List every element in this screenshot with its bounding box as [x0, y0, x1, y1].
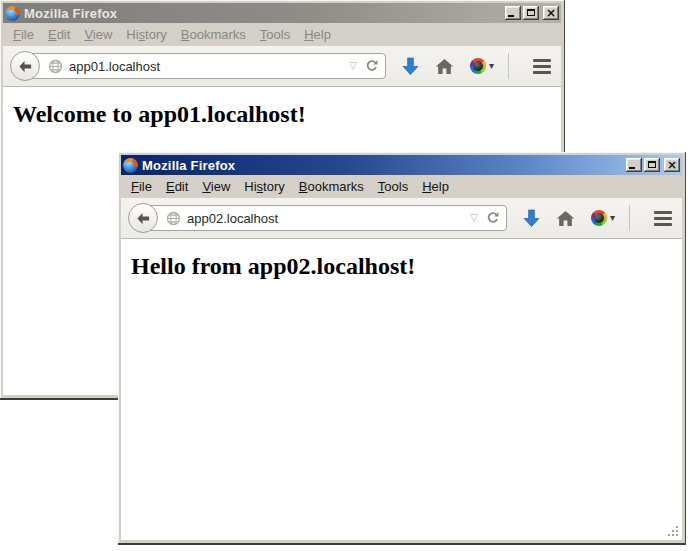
- minimize-button[interactable]: [626, 158, 642, 172]
- menu-item-file[interactable]: File: [124, 177, 159, 196]
- menu-item-view[interactable]: View: [195, 177, 237, 196]
- window-controls: ×: [505, 6, 559, 20]
- minimize-icon: [629, 167, 635, 169]
- hamburger-icon: [654, 209, 672, 227]
- menu-item-view[interactable]: View: [77, 25, 119, 44]
- menu-item-help[interactable]: Help: [415, 177, 456, 196]
- urlbar-dropdown-icon[interactable]: ▽: [349, 61, 357, 71]
- extension-colorwheel-button[interactable]: ▾: [591, 203, 615, 233]
- menu-item-edit[interactable]: Edit: [159, 177, 195, 196]
- url-input[interactable]: [187, 211, 464, 226]
- home-icon: [435, 58, 454, 75]
- maximize-button[interactable]: [644, 158, 660, 172]
- page-heading: Welcome to app01.localhost!: [13, 101, 561, 128]
- window-controls: ×: [626, 158, 680, 172]
- menu-item-file[interactable]: File: [6, 25, 41, 44]
- caret-down-icon: ▾: [610, 213, 615, 223]
- titlebar[interactable]: Mozilla Firefox ×: [3, 3, 561, 23]
- page-content: Hello from app02.localhost!: [121, 239, 682, 540]
- back-arrow-icon: [136, 211, 151, 226]
- resize-grip[interactable]: [666, 524, 678, 536]
- url-input[interactable]: [69, 59, 343, 74]
- toolbar-separator: [508, 53, 509, 79]
- home-button[interactable]: [435, 51, 454, 81]
- menu-item-tools[interactable]: Tools: [253, 25, 297, 44]
- globe-icon[interactable]: [166, 211, 181, 226]
- minimize-button[interactable]: [505, 6, 521, 20]
- caret-down-icon: ▾: [489, 61, 494, 71]
- menu-button[interactable]: [654, 203, 672, 233]
- reload-icon[interactable]: [365, 59, 379, 73]
- url-bar[interactable]: ▽: [26, 53, 386, 79]
- colorwheel-icon: [470, 58, 486, 74]
- home-button[interactable]: [556, 203, 575, 233]
- menu-bar: FileEditViewHistoryBookmarksToolsHelp: [121, 175, 682, 198]
- close-button[interactable]: ×: [543, 6, 559, 20]
- menu-item-edit[interactable]: Edit: [41, 25, 77, 44]
- menu-button[interactable]: [533, 51, 551, 81]
- maximize-icon: [527, 9, 535, 16]
- titlebar[interactable]: Mozilla Firefox ×: [121, 155, 682, 175]
- reload-icon[interactable]: [486, 211, 500, 225]
- firefox-logo-icon: [5, 6, 20, 21]
- back-arrow-icon: [18, 59, 33, 74]
- menu-bar: FileEditViewHistoryBookmarksToolsHelp: [3, 23, 561, 46]
- close-button[interactable]: ×: [664, 158, 680, 172]
- minimize-icon: [508, 15, 514, 17]
- navigation-toolbar: ▽ ▾: [3, 46, 561, 87]
- back-button[interactable]: [128, 203, 158, 233]
- close-icon: ×: [667, 160, 677, 171]
- urlbar-dropdown-icon[interactable]: ▽: [470, 213, 478, 223]
- globe-icon[interactable]: [48, 59, 63, 74]
- home-icon: [556, 210, 575, 227]
- download-icon: [523, 209, 540, 228]
- hamburger-icon: [533, 57, 551, 75]
- window-title: Mozilla Firefox: [24, 6, 117, 21]
- download-icon: [402, 57, 419, 76]
- toolbar-separator: [629, 205, 630, 231]
- firefox-logo-icon: [123, 158, 138, 173]
- maximize-button[interactable]: [523, 6, 539, 20]
- maximize-icon: [648, 161, 656, 168]
- colorwheel-icon: [591, 210, 607, 226]
- menu-item-history[interactable]: History: [119, 25, 173, 44]
- page-heading: Hello from app02.localhost!: [131, 253, 682, 280]
- menu-item-tools[interactable]: Tools: [371, 177, 415, 196]
- download-button[interactable]: [523, 203, 540, 233]
- menu-item-bookmarks[interactable]: Bookmarks: [292, 177, 371, 196]
- url-bar[interactable]: ▽: [144, 205, 507, 231]
- extension-colorwheel-button[interactable]: ▾: [470, 51, 494, 81]
- close-icon: ×: [546, 8, 556, 19]
- menu-item-help[interactable]: Help: [297, 25, 338, 44]
- menu-item-history[interactable]: History: [237, 177, 291, 196]
- back-button[interactable]: [10, 51, 40, 81]
- navigation-toolbar: ▽ ▾: [121, 198, 682, 239]
- browser-window-app02: Mozilla Firefox × FileEditViewHistoryBoo…: [118, 152, 686, 545]
- menu-item-bookmarks[interactable]: Bookmarks: [174, 25, 253, 44]
- window-title: Mozilla Firefox: [142, 158, 235, 173]
- download-button[interactable]: [402, 51, 419, 81]
